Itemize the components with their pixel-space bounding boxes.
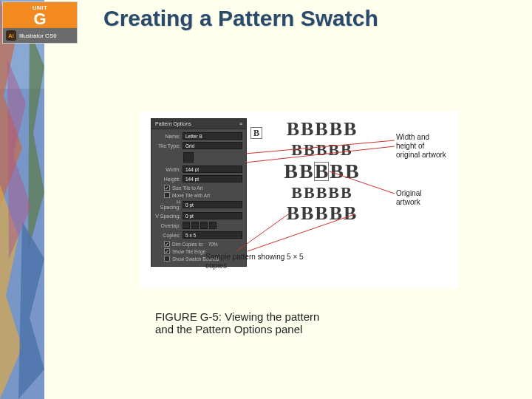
move-tile-art-label: Move Tile with Art [172, 193, 210, 198]
page-title: Creating a Pattern Swatch [103, 6, 378, 31]
name-field: Letter B [183, 132, 242, 140]
hspacing-label: H Spacing: [155, 200, 180, 210]
preview-row: BBBBB [259, 120, 384, 139]
callout-width-height: Width and height of original artwork [396, 133, 448, 160]
caption-line-2: and the Pattern Options panel [155, 323, 319, 335]
checkbox-icon [164, 185, 170, 191]
overlap-label: Overlap: [155, 223, 180, 228]
checkbox-icon [164, 256, 170, 262]
copies-label: Copies: [155, 233, 180, 238]
checkbox-icon [164, 241, 170, 247]
panel-title: Pattern Options [155, 121, 191, 126]
panel-menu-icon: ≡ [239, 121, 242, 126]
product-name: Illustrator CS6 [19, 33, 57, 39]
overlap-icon [183, 222, 190, 229]
overlap-icon [191, 222, 199, 229]
caption-line-1: FIGURE G-5: Viewing the pattern [155, 310, 319, 323]
name-label: Name: [155, 134, 180, 139]
height-field: 144 pt [183, 175, 242, 183]
pattern-options-panel: Pattern Options ≡ Name: Letter B Tile Ty… [151, 118, 247, 267]
figure: Pattern Options ≡ Name: Letter B Tile Ty… [140, 111, 458, 288]
sidebar-art [0, 0, 44, 399]
hspacing-field: 0 pt [183, 201, 242, 208]
preview-row: BBBBB [259, 161, 384, 182]
checkbox-icon [164, 192, 170, 198]
width-label: Width: [155, 167, 180, 172]
preview-row: BBBBB [259, 185, 384, 201]
dim-copies-label: Dim Copies to: [172, 242, 204, 247]
original-artwork-box [314, 162, 329, 181]
tile-icon [183, 152, 194, 163]
copies-field: 5 x 5 [183, 231, 242, 239]
checkbox-icon [164, 248, 170, 254]
show-tile-edge-label: Show Tile Edge [172, 249, 205, 254]
unit-badge: UNIT G Ai Illustrator CS6 [2, 1, 78, 44]
height-label: Height: [155, 177, 180, 182]
figure-caption: FIGURE G-5: Viewing the pattern and the … [155, 310, 319, 335]
dim-value: 70% [208, 242, 218, 247]
preview-row: BBBBB [259, 142, 384, 158]
size-tile-art-label: Size Tile to Art [172, 185, 203, 191]
width-field: 144 pt [183, 166, 242, 173]
vspacing-label: V Spacing: [155, 214, 180, 219]
tiletype-field: Grid [183, 142, 242, 149]
ai-app-icon: Ai [6, 30, 16, 41]
tiletype-label: Tile Type: [155, 143, 180, 149]
overlap-icon [209, 222, 216, 229]
preview-row: BBBBB [259, 204, 384, 223]
unit-letter: G [3, 11, 77, 27]
callout-original: Original artwork [396, 189, 448, 207]
vspacing-field: 0 pt [183, 212, 242, 219]
callout-sample: Sample pattern showing 5 × 5 copies [205, 253, 309, 270]
pattern-preview: BBBBB BBBBB BBBBB BBBBB BBBBB [259, 120, 384, 223]
overlap-icon [200, 222, 208, 229]
